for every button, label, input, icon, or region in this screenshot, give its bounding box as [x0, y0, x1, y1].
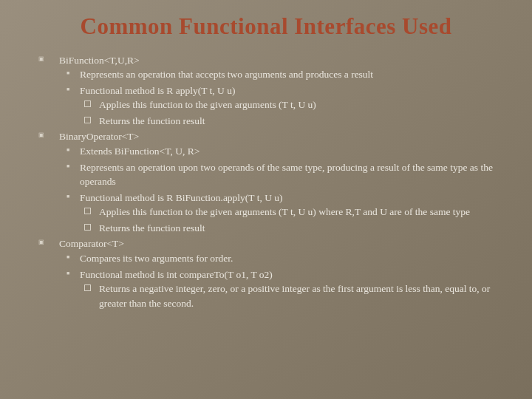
list-item: Returns the function result [80, 114, 504, 129]
list-item: Applies this function to the given argum… [80, 205, 504, 219]
list-item-label: Functional method is R BiFunction.apply(… [80, 192, 283, 203]
list-item: BiFunction<T,U,R>Represents an operation… [28, 53, 504, 129]
list-item: Extends BiFunction<T, U, R> [59, 144, 504, 159]
list-item: Functional method is int compareTo(T o1,… [59, 267, 504, 311]
list-item: Applies this function to the given argum… [80, 98, 504, 112]
list-item: Represents an operation upon two operand… [59, 160, 504, 189]
list-item-label: Returns the function result [99, 222, 205, 233]
list-item: Represents an operation that accepts two… [59, 67, 504, 82]
list-item: Returns a negative integer, zero, or a p… [80, 282, 504, 310]
list-item: Functional method is R apply(T t, U u)Ap… [59, 83, 504, 129]
list-item-label: Represents an operation that accepts two… [80, 69, 373, 80]
list-item-label: Functional method is int compareTo(T o1,… [80, 269, 273, 280]
list-item-label: Represents an operation upon two operand… [80, 162, 493, 188]
list-item-label: Returns a negative integer, zero, or a p… [99, 283, 490, 309]
list-item: BinaryOperator<T>Extends BiFunction<T, U… [28, 129, 504, 235]
slide-title: Common Functional Interfaces Used [28, 13, 504, 40]
list-item: Comparator<T>Compares its two arguments … [28, 236, 504, 310]
list-item: Returns the function result [80, 221, 504, 236]
list-item-label: Comparator<T> [59, 238, 124, 249]
bullet-list: Applies this function to the given argum… [80, 205, 504, 235]
bullet-list: BiFunction<T,U,R>Represents an operation… [28, 53, 504, 311]
list-item-label: BiFunction<T,U,R> [59, 55, 140, 66]
bullet-list: Extends BiFunction<T, U, R>Represents an… [59, 144, 504, 235]
bullet-list: Represents an operation that accepts two… [59, 67, 504, 128]
bullet-list: Returns a negative integer, zero, or a p… [80, 282, 504, 310]
bullet-list: Compares its two arguments for order.Fun… [59, 251, 504, 310]
list-item-label: Functional method is R apply(T t, U u) [80, 85, 235, 96]
list-item-label: Returns the function result [99, 115, 205, 126]
list-item-label: Extends BiFunction<T, U, R> [80, 146, 200, 157]
list-item: Functional method is R BiFunction.apply(… [59, 191, 504, 236]
list-item-label: Compares its two arguments for order. [80, 253, 233, 264]
slide-content: BiFunction<T,U,R>Represents an operation… [28, 53, 504, 311]
list-item-label: BinaryOperator<T> [59, 131, 139, 142]
list-item-label: Applies this function to the given argum… [99, 206, 470, 217]
list-item: Compares its two arguments for order. [59, 251, 504, 266]
list-item-label: Applies this function to the given argum… [99, 99, 316, 110]
bullet-list: Applies this function to the given argum… [80, 98, 504, 128]
